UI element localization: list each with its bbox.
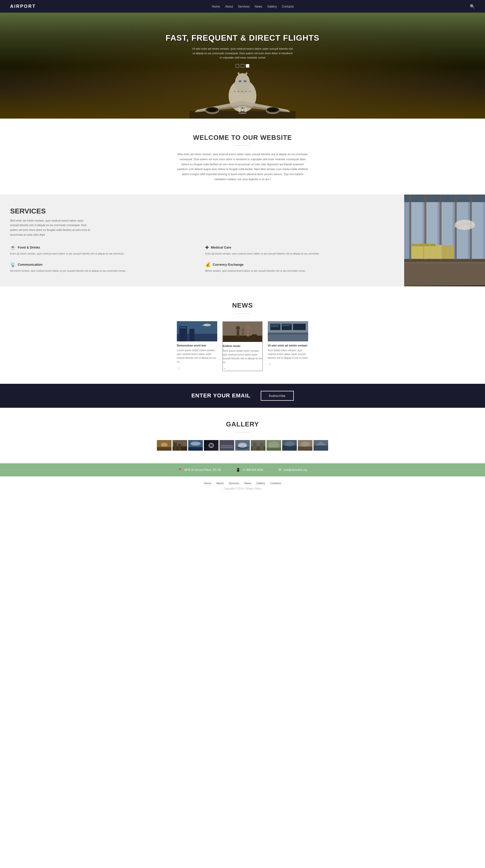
svg-point-114 (284, 441, 294, 446)
currency-exchange-icon: 💰 (205, 262, 211, 268)
nav-gallery[interactable]: Gallery (267, 5, 277, 8)
footer-nav-gallery[interactable]: Gallery (256, 482, 265, 485)
svg-rect-79 (282, 326, 289, 326)
news-card-3-text: Xum dolad minim veniam, quis nostrud exe… (268, 348, 308, 360)
nav-about[interactable]: About (225, 5, 233, 8)
news-card-1-text: Lorem ipsum dolad minim veniam, quis nos… (177, 348, 217, 364)
gallery-thumb-6[interactable] (235, 440, 250, 451)
svg-point-117 (301, 441, 310, 446)
scroll-down-button[interactable]: ▼ (239, 106, 246, 114)
services-description: Wisi enim ad minim veniam, quis nostrud … (10, 218, 91, 237)
gallery-thumb-7[interactable] (251, 440, 265, 451)
svg-rect-78 (282, 324, 291, 325)
footer-nav-about[interactable]: About (216, 482, 224, 485)
svg-rect-107 (253, 442, 256, 451)
welcome-text: Wisi enim ad minim veniam, quis nostrud … (177, 152, 308, 182)
service-communication-name: Communication (18, 263, 42, 267)
nav-services[interactable]: Services (238, 5, 250, 8)
svg-rect-58 (180, 327, 182, 328)
services-title: SERVICES (10, 207, 394, 215)
gallery-thumb-8[interactable] (266, 440, 281, 451)
contact-phone-text: +1 800 603 6035 (242, 468, 263, 471)
footer-nav-links: Home About Services News Gallery Contact… (4, 481, 481, 485)
svg-point-110 (268, 441, 279, 448)
footer: Home About Services News Gallery Contact… (0, 476, 485, 494)
svg-rect-24 (404, 260, 485, 285)
hero-dot-1[interactable] (236, 64, 239, 68)
news-divider (235, 313, 250, 314)
svg-point-91 (191, 441, 201, 445)
service-currency-exchange: 💰 Currency Exchange Minim veniam, quis n… (205, 262, 394, 273)
news-image-2 (223, 322, 262, 342)
svg-point-63 (236, 326, 240, 330)
services-right-image (404, 194, 485, 286)
svg-rect-20 (249, 91, 251, 92)
welcome-divider (235, 146, 250, 146)
svg-rect-35 (457, 202, 468, 259)
service-medical-care-text: Enim ad minim veniam, quis nostrud exerc… (205, 252, 394, 256)
gallery-thumb-10[interactable] (298, 440, 312, 451)
service-communication: 📡 Communication Ad minim veniam, quis no… (10, 262, 199, 273)
contact-email-text: mail@demolink.org (283, 468, 307, 471)
svg-rect-39 (424, 245, 429, 259)
svg-rect-75 (271, 324, 280, 325)
hero-dot-2[interactable] (241, 64, 244, 68)
hero-dot-3[interactable] (246, 64, 249, 68)
svg-rect-59 (182, 327, 183, 328)
news-section: NEWS Demonstrav er (0, 286, 485, 384)
service-food-drinks-text: Enim ad minim veniam, quis nostrud exerc… (10, 252, 199, 256)
subscribe-button[interactable]: Subscribe (261, 391, 294, 401)
svg-rect-40 (430, 245, 435, 259)
gallery-thumb-5[interactable] (220, 440, 234, 451)
footer-nav-services[interactable]: Services (229, 482, 239, 485)
gallery-thumb-2[interactable] (173, 440, 187, 451)
news-card-1-arrow[interactable]: → (177, 366, 180, 370)
services-section: SERVICES Wisi enim ad minim veniam, quis… (0, 194, 485, 286)
svg-point-93 (210, 444, 212, 446)
svg-rect-36 (472, 202, 483, 259)
communication-icon: 📡 (10, 262, 16, 268)
service-food-drinks-name: Food & Drinks (18, 246, 40, 249)
gallery-thumb-11[interactable] (313, 440, 328, 451)
contact-phone: 📱 +1 800 603 6035 (236, 468, 263, 472)
search-icon[interactable]: 🔍 (470, 4, 475, 9)
hero-subtitle: Ut wisi enim ad minim veniam, quis nostr… (192, 47, 293, 60)
footer-nav-home[interactable]: Home (204, 482, 211, 485)
svg-rect-18 (241, 91, 243, 92)
site-logo: AIRPORT (10, 4, 36, 9)
svg-rect-19 (245, 91, 247, 92)
svg-rect-43 (448, 245, 454, 259)
news-card-3-arrow[interactable]: → (268, 362, 271, 366)
gallery-thumb-3[interactable] (188, 440, 203, 451)
news-card-2: Eodem modo Rem ipsum dolad minim veniam,… (222, 321, 263, 371)
svg-point-11 (208, 108, 216, 112)
service-currency-exchange-name: Currency Exchange (213, 263, 244, 267)
service-medical-care: ✚ Medical Care Enim ad minim veniam, qui… (205, 245, 394, 256)
svg-rect-69 (252, 334, 257, 337)
svg-rect-77 (271, 327, 279, 327)
svg-rect-55 (190, 329, 195, 341)
nav-contacts[interactable]: Contacts (282, 5, 294, 8)
gallery-thumb-9[interactable] (282, 440, 297, 451)
gallery-thumb-4[interactable] (204, 440, 219, 451)
news-card-3-title: Ut wisi enim ad minim veniam (268, 344, 308, 347)
hero-content: FAST, FREQUENT & DIRECT FLIGHTS Ut wisi … (161, 33, 324, 83)
service-medical-care-name: Medical Care (211, 246, 231, 249)
gallery-thumb-1[interactable] (157, 440, 172, 451)
navbar: AIRPORT Home About Services News Gallery… (0, 0, 485, 12)
gallery-grid (10, 440, 475, 451)
nav-news[interactable]: News (255, 5, 262, 8)
svg-rect-116 (298, 446, 312, 451)
gallery-section: GALLERY (0, 408, 485, 463)
food-drinks-icon: ☕ (10, 245, 16, 250)
footer-nav-contacts[interactable]: Contacts (270, 482, 281, 485)
svg-rect-111 (266, 447, 281, 451)
news-card-2-arrow[interactable]: → (223, 366, 226, 370)
footer-nav-news[interactable]: News (244, 482, 251, 485)
news-image-1 (177, 321, 217, 341)
chevron-down-icon: ▼ (241, 108, 244, 112)
nav-home[interactable]: Home (212, 5, 220, 8)
welcome-title: WELCOME TO OUR WEBSITE (10, 134, 475, 142)
svg-point-67 (246, 326, 250, 330)
svg-rect-45 (418, 244, 423, 246)
